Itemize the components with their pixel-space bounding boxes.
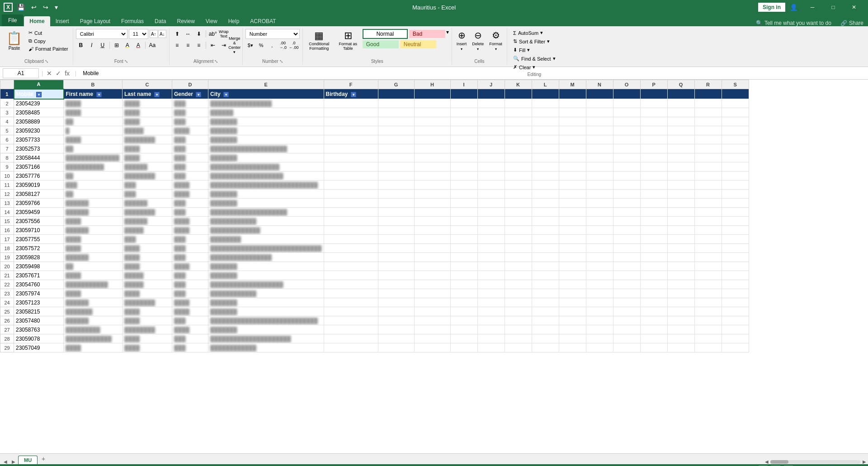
table-cell-empty[interactable] xyxy=(586,289,613,298)
table-cell[interactable]: █████ xyxy=(123,226,172,235)
header-empty-N[interactable] xyxy=(586,89,613,99)
table-cell-empty[interactable] xyxy=(559,307,586,316)
table-cell-empty[interactable] xyxy=(450,144,477,153)
table-cell[interactable]: 23052573 xyxy=(14,144,64,153)
table-cell[interactable]: ██████ xyxy=(208,108,324,117)
table-cell-empty[interactable] xyxy=(667,181,694,190)
format-cells-dropdown-icon[interactable]: ▾ xyxy=(495,47,497,51)
table-cell[interactable]: ████ xyxy=(64,271,123,280)
col-header-B[interactable]: B xyxy=(64,80,123,89)
table-cell[interactable]: ████ xyxy=(64,99,123,108)
table-cell[interactable] xyxy=(324,108,378,117)
table-cell[interactable]: ████ xyxy=(123,153,172,162)
table-cell-empty[interactable] xyxy=(586,208,613,217)
table-cell-empty[interactable] xyxy=(640,226,667,235)
align-top-button[interactable]: ⬆ xyxy=(172,29,182,39)
table-cell-empty[interactable] xyxy=(532,334,559,343)
table-cell-empty[interactable] xyxy=(667,126,694,135)
table-cell[interactable]: ████ xyxy=(64,217,123,226)
table-cell-empty[interactable] xyxy=(378,235,414,244)
table-cell-empty[interactable] xyxy=(477,262,505,271)
maximize-button[interactable]: □ xyxy=(823,0,844,14)
scroll-left-icon[interactable]: ◀ xyxy=(765,459,769,464)
table-cell[interactable]: ████ xyxy=(172,262,208,271)
table-cell-empty[interactable] xyxy=(586,253,613,262)
table-cell-empty[interactable] xyxy=(613,307,640,316)
table-cell-empty[interactable] xyxy=(414,244,450,253)
table-cell-empty[interactable] xyxy=(505,343,532,352)
table-cell-empty[interactable] xyxy=(450,235,477,244)
table-cell-empty[interactable] xyxy=(532,253,559,262)
table-cell-empty[interactable] xyxy=(694,162,722,171)
header-empty-K[interactable] xyxy=(505,89,532,99)
table-cell-empty[interactable] xyxy=(505,135,532,144)
style-neutral[interactable]: Neutral xyxy=(400,40,436,48)
table-cell-empty[interactable] xyxy=(667,135,694,144)
scrollbar-thumb[interactable] xyxy=(770,460,788,464)
table-cell-empty[interactable] xyxy=(586,144,613,153)
number-format-select[interactable]: Number xyxy=(245,29,300,39)
sort-filter-button[interactable]: ⇅ Sort & Filter ▾ xyxy=(510,38,558,45)
account-icon[interactable]: 👤 xyxy=(788,3,799,12)
table-cell-empty[interactable] xyxy=(477,190,505,199)
table-cell-empty[interactable] xyxy=(722,135,749,144)
formula-input[interactable] xyxy=(81,70,865,76)
table-cell-empty[interactable] xyxy=(414,171,450,181)
table-cell-empty[interactable] xyxy=(694,181,722,190)
table-cell-empty[interactable] xyxy=(586,190,613,199)
table-cell-empty[interactable] xyxy=(586,162,613,171)
table-cell[interactable] xyxy=(324,280,378,289)
bold-button[interactable]: B xyxy=(76,40,86,50)
table-cell-empty[interactable] xyxy=(378,271,414,280)
table-cell-empty[interactable] xyxy=(559,253,586,262)
table-cell-empty[interactable] xyxy=(450,108,477,117)
table-cell[interactable]: ██████ xyxy=(123,199,172,208)
underline-button[interactable]: U xyxy=(98,40,108,50)
format-cells-button[interactable]: ⚙ Format ▾ xyxy=(487,29,504,52)
table-cell-empty[interactable] xyxy=(694,199,722,208)
table-cell-empty[interactable] xyxy=(586,217,613,226)
table-cell-empty[interactable] xyxy=(586,334,613,343)
table-cell-empty[interactable] xyxy=(532,181,559,190)
table-cell-empty[interactable] xyxy=(378,280,414,289)
table-cell-empty[interactable] xyxy=(613,226,640,235)
table-cell-empty[interactable] xyxy=(586,271,613,280)
table-cell-empty[interactable] xyxy=(477,316,505,325)
table-cell[interactable]: ██ xyxy=(64,171,123,181)
table-cell-empty[interactable] xyxy=(694,316,722,325)
table-cell[interactable] xyxy=(324,199,378,208)
table-cell[interactable] xyxy=(324,235,378,244)
table-cell-empty[interactable] xyxy=(722,343,749,352)
table-cell-empty[interactable] xyxy=(450,262,477,271)
table-cell-empty[interactable] xyxy=(613,162,640,171)
table-cell-empty[interactable] xyxy=(586,316,613,325)
table-cell-empty[interactable] xyxy=(640,307,667,316)
table-cell-empty[interactable] xyxy=(414,153,450,162)
table-cell-empty[interactable] xyxy=(559,108,586,117)
table-cell[interactable]: ███ xyxy=(172,108,208,117)
table-cell-empty[interactable] xyxy=(640,325,667,334)
font-name-select[interactable]: Calibri xyxy=(76,29,127,39)
table-cell-empty[interactable] xyxy=(414,144,450,153)
table-cell[interactable]: 23057776 xyxy=(14,171,64,181)
table-cell-empty[interactable] xyxy=(378,262,414,271)
table-cell[interactable] xyxy=(324,343,378,352)
table-cell-empty[interactable] xyxy=(378,135,414,144)
table-cell[interactable] xyxy=(324,208,378,217)
table-cell[interactable]: 23058889 xyxy=(14,117,64,126)
table-cell[interactable]: ████████ xyxy=(123,208,172,217)
table-cell-empty[interactable] xyxy=(477,126,505,135)
table-cell[interactable]: ███████████████████ xyxy=(208,280,324,289)
clipboard-expand-icon[interactable]: ⤡ xyxy=(45,59,48,64)
table-cell-empty[interactable] xyxy=(532,117,559,126)
table-cell-empty[interactable] xyxy=(722,190,749,199)
table-cell[interactable] xyxy=(324,190,378,199)
table-cell-empty[interactable] xyxy=(477,298,505,307)
table-cell-empty[interactable] xyxy=(586,199,613,208)
table-cell-empty[interactable] xyxy=(532,171,559,181)
table-cell[interactable]: █████████████ xyxy=(208,226,324,235)
table-cell-empty[interactable] xyxy=(613,217,640,226)
table-cell-empty[interactable] xyxy=(640,108,667,117)
table-cell-empty[interactable] xyxy=(414,253,450,262)
table-cell-empty[interactable] xyxy=(559,244,586,253)
